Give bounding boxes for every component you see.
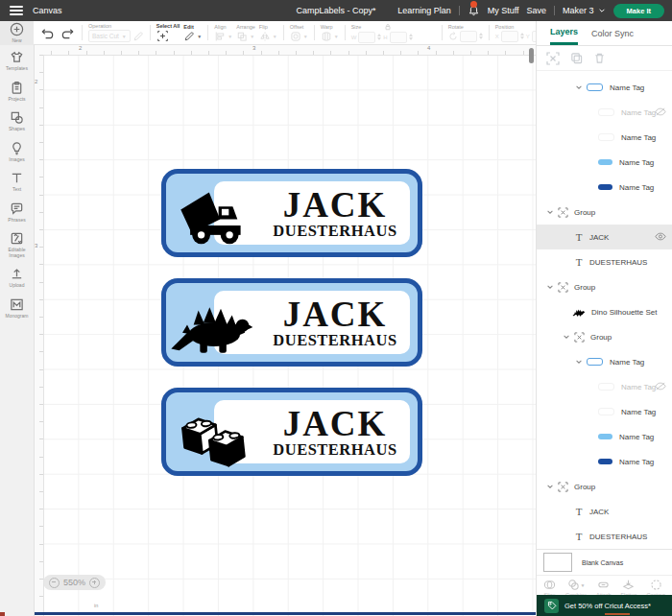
operation-dropdown[interactable]: Basic Cut▼ — [88, 30, 131, 42]
canvas-menu-label[interactable]: Canvas — [33, 6, 62, 15]
sidebar-item-shapes[interactable]: Shapes — [0, 106, 34, 136]
layer-row-duesterhaus[interactable]: TDUESTERHAUS — [537, 249, 672, 274]
hamburger-menu-icon[interactable] — [10, 6, 23, 15]
name-tag-stegosaurus[interactable]: JACKDUESTERHAUS — [161, 278, 422, 367]
zoom-out-icon[interactable] — [49, 578, 60, 588]
select-all-icon[interactable] — [156, 30, 169, 42]
eye-icon[interactable] — [655, 232, 666, 241]
offset-icon[interactable] — [290, 31, 301, 42]
layers-panel: LayersColor Sync Name TagName TagName Ta… — [536, 21, 672, 616]
plus-icon — [10, 22, 24, 36]
sidebar-item-new[interactable]: New — [0, 21, 34, 45]
chevron-down-icon[interactable] — [575, 83, 583, 91]
layer-row-name-tag[interactable]: Name Tag — [537, 349, 672, 374]
sidebar-item-phrases[interactable]: Phrases — [0, 197, 34, 227]
clipboard-icon — [10, 81, 24, 95]
align-icon[interactable] — [214, 31, 226, 42]
position-x-stepper-icon[interactable] — [520, 33, 524, 39]
chevron-down-icon[interactable] — [575, 358, 583, 366]
vertical-scrollbar-thumb[interactable] — [529, 48, 534, 63]
layer-row-dino-silhouette-set[interactable]: Dino Silhouette Set — [537, 299, 672, 324]
dump-truck-icon — [178, 186, 256, 248]
layer-row-group[interactable]: Group — [537, 474, 672, 499]
layer-row-group[interactable]: Group — [537, 324, 672, 349]
chevron-down-icon[interactable] — [546, 283, 554, 291]
color-swatch-darkblue — [598, 459, 612, 464]
my-stuff-link[interactable]: My Stuff — [488, 6, 519, 15]
layer-row-jack[interactable]: TJACK — [537, 225, 672, 249]
eye-off-icon[interactable] — [655, 107, 666, 116]
sidebar-item-text[interactable]: Text — [0, 166, 34, 197]
rotate-icon[interactable] — [448, 32, 458, 41]
layer-row-name-tag[interactable]: Name Tag — [537, 75, 672, 100]
arrange-icon[interactable] — [236, 31, 248, 42]
sidebar-item-projects[interactable]: Projects — [0, 76, 34, 107]
layer-row-name-tag[interactable]: Name Tag — [537, 374, 672, 399]
tab-layers[interactable]: Layers — [550, 21, 578, 45]
blank-canvas-row[interactable]: Blank Canvas — [537, 549, 672, 575]
height-stepper-icon[interactable] — [409, 34, 413, 40]
layer-row-name-tag[interactable]: Name Tag — [537, 150, 672, 175]
arrange-group: Arrange ▼ — [234, 24, 257, 42]
name-tag-lego-bricks[interactable]: JACKDUESTERHAUS — [161, 388, 422, 476]
sidebar-item-editable-images[interactable]: EditableImages — [0, 226, 34, 262]
layer-row-duesterhaus[interactable]: TDUESTERHAUS — [537, 524, 672, 549]
chevron-down-icon[interactable] — [546, 483, 554, 490]
group-icon — [574, 332, 585, 343]
group-icon — [558, 282, 568, 293]
machine-selector[interactable]: Maker 3 — [563, 6, 606, 15]
sidebar-item-images[interactable]: Images — [0, 136, 34, 167]
notifications-bell-icon[interactable] — [468, 4, 480, 17]
layer-row-name-tag[interactable]: Name Tag — [537, 125, 672, 150]
redo-icon[interactable] — [58, 26, 78, 40]
zoom-in-icon[interactable] — [89, 578, 100, 588]
warp-icon[interactable] — [321, 31, 332, 42]
design-canvas[interactable]: 234 23 JACKDUESTERHAUSJACKDUESTERHAUSJAC… — [34, 45, 536, 616]
layer-row-name-tag[interactable]: Name Tag — [537, 399, 672, 424]
flip-icon[interactable] — [259, 31, 271, 42]
sidebar-item-upload[interactable]: Upload — [0, 262, 34, 293]
layer-row-group[interactable]: Group — [537, 200, 672, 225]
width-input[interactable] — [358, 32, 375, 43]
lock-aspect-icon[interactable] — [384, 23, 392, 31]
sidebar-item-label: Shapes — [9, 127, 25, 132]
speech-icon — [10, 201, 24, 216]
warp-group: Warp ▼ — [319, 24, 341, 42]
color-swatch-white — [598, 383, 614, 391]
eye-off-icon[interactable] — [655, 382, 666, 391]
align-group: Align ▼ — [212, 24, 234, 42]
duplicate-icon[interactable] — [570, 52, 583, 64]
pen-type-icon[interactable] — [132, 31, 144, 42]
lego-bricks-icon — [178, 398, 252, 471]
layer-row-name-tag[interactable]: Name Tag — [537, 449, 672, 474]
sidebar-item-monogram[interactable]: Monogram — [0, 293, 34, 323]
layer-row-name-tag[interactable]: Name Tag — [537, 100, 672, 125]
delete-icon[interactable] — [593, 52, 606, 64]
ungroup-icon[interactable] — [546, 52, 560, 65]
position-x-input[interactable] — [501, 31, 518, 42]
ruler-unit-label: in — [94, 603, 98, 608]
rotate-input[interactable] — [460, 31, 477, 42]
undo-icon[interactable] — [37, 26, 58, 40]
name-tag-dump-truck[interactable]: JACKDUESTERHAUS — [161, 169, 422, 257]
save-link[interactable]: Save — [527, 6, 547, 15]
chevron-down-icon[interactable] — [563, 333, 570, 341]
rotate-stepper-icon[interactable] — [479, 33, 483, 39]
ruler-number: 2 — [79, 45, 82, 51]
learning-plan-link[interactable]: Learning Plan — [397, 6, 451, 15]
width-stepper-icon[interactable] — [377, 34, 381, 40]
layer-row-name-tag[interactable]: Name Tag — [537, 424, 672, 449]
layer-row-jack[interactable]: TJACK — [537, 499, 672, 524]
layer-row-name-tag[interactable]: Name Tag — [537, 175, 672, 200]
height-input[interactable] — [390, 32, 407, 43]
tab-color-sync[interactable]: Color Sync — [591, 21, 634, 45]
left-sidebar: NewTemplatesProjectsShapesImagesTextPhra… — [0, 21, 35, 616]
layer-row-group[interactable]: Group — [537, 274, 672, 299]
sidebar-item-templates[interactable]: Templates — [0, 45, 34, 76]
make-it-button[interactable]: Make It — [613, 4, 664, 18]
sidebar-item-label: Phrases — [8, 218, 25, 224]
attach-icon — [597, 579, 610, 591]
edit-pencil-icon[interactable] — [183, 31, 195, 42]
color-swatch-lightblue — [598, 434, 612, 439]
chevron-down-icon[interactable] — [546, 208, 554, 216]
